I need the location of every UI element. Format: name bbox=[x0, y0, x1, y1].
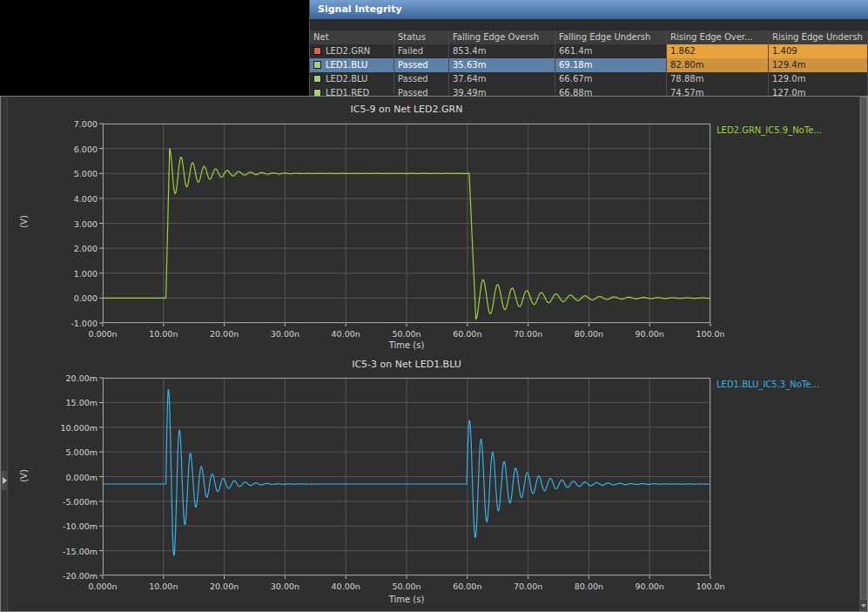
y-tick-label: -1.000 bbox=[71, 319, 98, 328]
signal-integrity-panel: Signal Integrity Net Status Falling Edge… bbox=[309, 0, 868, 96]
falling-overshoot-value: 35.63m bbox=[449, 58, 555, 72]
x-axis-label: Time (s) bbox=[103, 595, 710, 604]
net-status-swatch-icon bbox=[313, 61, 321, 69]
waveform-plot[interactable] bbox=[103, 124, 710, 323]
y-tick-label: 7.000 bbox=[74, 119, 98, 129]
expand-panel-arrow-icon bbox=[3, 477, 7, 484]
x-tick-label: 10.00n bbox=[149, 329, 178, 339]
column-header-rising-overshoot[interactable]: Rising Edge Over... bbox=[667, 30, 769, 44]
status-value: Passed bbox=[394, 72, 449, 86]
y-tick-label: 20.00m bbox=[66, 373, 98, 383]
y-tick-label: -10.00m bbox=[63, 521, 98, 531]
rising-undershoot-value: 1.409 bbox=[769, 44, 868, 58]
net-name: LED2.GRN bbox=[326, 46, 370, 56]
rising-undershoot-value: 127.0m bbox=[769, 86, 868, 96]
y-tick-label: 1.000 bbox=[74, 269, 98, 279]
rising-undershoot-value: 129.4m bbox=[769, 58, 868, 72]
legend-entry[interactable]: LED2.GRN_IC5.9_NoTe... bbox=[717, 125, 822, 135]
chart-title: IC5-3 on Net LED1.BLU bbox=[103, 359, 710, 370]
x-tick-label: 40.00n bbox=[332, 582, 360, 591]
net-status-swatch-icon bbox=[313, 47, 321, 55]
falling-undershoot-value: 66.67m bbox=[555, 72, 667, 86]
splitter-tab[interactable] bbox=[1, 471, 8, 490]
scroll-down-arrow-icon bbox=[861, 604, 866, 608]
x-tick-label: 20.00n bbox=[210, 329, 239, 339]
falling-undershoot-value: 69.18m bbox=[555, 58, 667, 72]
y-tick-labels: 7.0006.0005.0004.0003.0002.0001.0000.000… bbox=[47, 124, 98, 323]
y-tick-label: 2.000 bbox=[74, 244, 98, 253]
rising-overshoot-value: 82.80m bbox=[667, 58, 769, 72]
net-status-swatch-icon bbox=[313, 75, 321, 83]
table-row[interactable]: LED2.GRN Failed 853.4m 661.4m 1.862 1.40… bbox=[310, 44, 868, 58]
y-axis-label: (V) bbox=[19, 467, 29, 485]
x-tick-label: 90.00n bbox=[636, 329, 664, 339]
x-tick-label: 80.00n bbox=[575, 329, 603, 339]
plot-region[interactable]: 7.0006.0005.0004.0003.0002.0001.0000.000… bbox=[103, 124, 710, 323]
panel-title: Signal Integrity bbox=[318, 3, 402, 15]
rising-overshoot-value: 1.862 bbox=[667, 44, 769, 58]
column-header-falling-undershoot[interactable]: Falling Edge Undersh bbox=[555, 30, 667, 44]
y-tick-label: -15.00m bbox=[63, 547, 98, 556]
x-tick-label: 100.0n bbox=[696, 329, 724, 339]
falling-undershoot-value: 661.4m bbox=[555, 44, 667, 58]
x-tick-label: 80.00n bbox=[575, 582, 603, 591]
panel-splitter[interactable] bbox=[1, 97, 8, 611]
x-tick-label: 20.00n bbox=[210, 582, 239, 591]
rising-overshoot-value: 74.57m bbox=[667, 86, 769, 96]
column-header-rising-undershoot[interactable]: Rising Edge Undersh bbox=[769, 30, 868, 44]
x-tick-label: 60.00n bbox=[453, 329, 481, 339]
table-row[interactable]: LED2.BLU Passed 37.64m 66.67m 78.88m 129… bbox=[310, 72, 868, 86]
x-tick-label: 10.00n bbox=[149, 582, 178, 591]
x-tick-label: 30.00n bbox=[271, 329, 299, 339]
falling-overshoot-value: 37.64m bbox=[449, 72, 555, 86]
x-tick-label: 90.00n bbox=[636, 582, 664, 591]
y-tick-label: -5.000m bbox=[63, 497, 98, 507]
x-axis-label: Time (s) bbox=[103, 340, 710, 350]
x-tick-label: 0.000n bbox=[88, 582, 117, 591]
x-tick-label: 70.00n bbox=[514, 329, 542, 339]
x-tick-label: 50.00n bbox=[392, 582, 421, 591]
table-row-selected[interactable]: LED1.BLU Passed 35.63m 69.18m 82.80m 129… bbox=[310, 58, 868, 72]
net-name: LED1.BLU bbox=[326, 60, 367, 70]
x-tick-labels: 0.000n10.00n20.00n30.00n40.00n50.00n60.0… bbox=[103, 329, 710, 340]
status-value: Passed bbox=[394, 58, 449, 72]
column-header-net[interactable]: Net bbox=[310, 30, 394, 44]
x-tick-label: 40.00n bbox=[332, 329, 360, 339]
y-tick-label: 10.000m bbox=[61, 423, 98, 433]
waveform-plot[interactable] bbox=[103, 378, 710, 575]
legend-entry[interactable]: LED1.BLU_IC5.3_NoTe... bbox=[717, 380, 819, 389]
falling-overshoot-value: 853.4m bbox=[449, 44, 555, 58]
chart-title: IC5-9 on Net LED2.GRN bbox=[103, 104, 710, 115]
column-header-status[interactable]: Status bbox=[394, 30, 449, 44]
y-tick-label: -20.00m bbox=[63, 571, 98, 581]
y-axis-label: (V) bbox=[19, 213, 29, 231]
table-header-row: Net Status Falling Edge Oversh Falling E… bbox=[310, 30, 868, 44]
y-tick-label: 5.000m bbox=[66, 447, 98, 457]
scroll-down-button[interactable] bbox=[860, 600, 867, 611]
net-name: LED1.RED bbox=[326, 88, 369, 96]
net-status-swatch-icon bbox=[313, 89, 321, 96]
rising-overshoot-value: 78.88m bbox=[667, 72, 769, 86]
plot-region[interactable]: 20.00m15.00m10.000m5.000m0.000m-5.000m-1… bbox=[103, 378, 710, 575]
y-tick-label: 0.000 bbox=[74, 293, 98, 303]
rising-undershoot-value: 129.0m bbox=[769, 72, 868, 86]
column-header-falling-overshoot[interactable]: Falling Edge Oversh bbox=[449, 30, 555, 44]
table-row[interactable]: LED1.RED Passed 39.49m 66.88m 74.57m 127… bbox=[310, 86, 868, 96]
status-value: Failed bbox=[394, 44, 449, 58]
waveform-viewer: IC5-9 on Net LED2.GRN LED2.GRN_IC5.9_NoT… bbox=[0, 96, 868, 612]
falling-overshoot-value: 39.49m bbox=[449, 86, 555, 96]
y-tick-label: 15.00m bbox=[66, 398, 98, 407]
x-tick-label: 30.00n bbox=[271, 582, 299, 591]
panel-titlebar[interactable]: Signal Integrity bbox=[310, 0, 868, 19]
vertical-scrollbar[interactable] bbox=[859, 97, 867, 611]
results-table: Net Status Falling Edge Oversh Falling E… bbox=[310, 30, 868, 96]
x-tick-label: 100.0n bbox=[696, 582, 724, 591]
status-value: Passed bbox=[394, 86, 449, 96]
y-tick-label: 3.000 bbox=[74, 219, 98, 229]
y-tick-label: 0.000m bbox=[66, 473, 98, 482]
falling-undershoot-value: 66.88m bbox=[555, 86, 667, 96]
y-tick-label: 4.000 bbox=[74, 194, 98, 204]
x-tick-label: 0.000n bbox=[88, 329, 117, 339]
x-tick-label: 70.00n bbox=[514, 582, 542, 591]
scrollbar-thumb[interactable] bbox=[860, 97, 867, 600]
